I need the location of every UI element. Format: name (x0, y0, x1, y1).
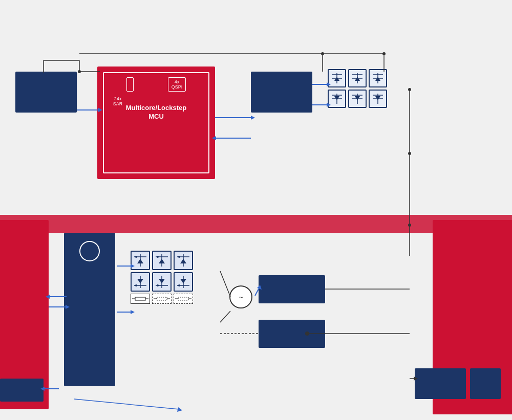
mcu-multicore: Multicore/LockstepMCU (104, 104, 208, 121)
mcu-block: 4xQSPI 24xSAR Multicore/LockstepMCU (97, 67, 215, 179)
mcu-top-row: 4xQSPI (104, 73, 208, 92)
mosfet-bot-6 (174, 272, 193, 292)
mosfet-bot-4 (131, 272, 150, 292)
svg-line-95 (74, 399, 179, 409)
svg-marker-30 (159, 259, 165, 263)
lin-block (0, 379, 44, 402)
starter-gen-icon: ~ (239, 293, 243, 301)
mosfet-bot-2 (152, 251, 172, 270)
mosfet-sym-4 (328, 90, 346, 108)
mcu-inner: 4xQSPI 24xSAR Multicore/LockstepMCU (103, 72, 209, 173)
mosfet-bot-3 (174, 251, 193, 270)
diagram-area: 4xQSPI 24xSAR Multicore/LockstepMCU (0, 51, 512, 420)
svg-rect-48 (135, 297, 145, 300)
resistor-2 (152, 294, 172, 304)
rotor-position-block (259, 275, 325, 303)
mosfet-row-1 (328, 69, 410, 87)
left-autosar-label (5, 405, 33, 409)
hbridge-block (251, 72, 312, 113)
svg-marker-15 (334, 96, 339, 100)
resistors-row (131, 294, 220, 304)
mosfet-sym-1 (328, 69, 346, 87)
svg-point-39 (135, 284, 137, 286)
mosfet-bottom-group (131, 251, 220, 338)
mcu-qspi: 4xQSPI (168, 77, 186, 92)
svg-marker-19 (355, 96, 360, 100)
mosfet-top-group (328, 69, 410, 110)
svg-line-86 (220, 271, 230, 297)
mosfet-bot-5 (152, 272, 172, 292)
svg-rect-54 (178, 297, 188, 300)
svg-point-100 (321, 52, 324, 55)
can-tl-block (470, 368, 501, 399)
mcu-hsm (126, 77, 134, 92)
can-tle-block (415, 368, 466, 399)
svg-marker-3 (334, 77, 339, 81)
svg-point-43 (157, 284, 159, 286)
svg-marker-34 (180, 259, 186, 263)
svg-marker-42 (159, 279, 165, 283)
resistor-1 (131, 294, 150, 304)
mosfet-sym-2 (348, 69, 367, 87)
svg-point-74 (408, 152, 411, 155)
svg-marker-26 (137, 259, 143, 263)
svg-marker-46 (180, 279, 186, 283)
svg-point-47 (178, 284, 180, 286)
mosfet-sym-5 (348, 90, 367, 108)
resistor-3 (174, 294, 193, 304)
mosfet-sym-3 (369, 69, 387, 87)
starter-gen-symbol: ~ (229, 285, 252, 308)
svg-marker-23 (375, 96, 380, 100)
svg-line-87 (220, 311, 230, 322)
mosfet-bottom-row2 (131, 272, 220, 292)
svg-marker-65 (251, 116, 255, 120)
sil-badge (79, 241, 100, 261)
svg-marker-96 (177, 407, 182, 412)
mosfet-bottom-row1 (131, 251, 220, 270)
svg-point-58 (78, 70, 81, 73)
supply-ic-block (15, 72, 77, 113)
svg-marker-7 (355, 77, 360, 81)
svg-point-31 (157, 256, 159, 258)
threephase-block (64, 233, 115, 386)
main-page: 4xQSPI 24xSAR Multicore/LockstepMCU (0, 0, 512, 420)
svg-point-27 (135, 256, 137, 258)
svg-marker-11 (375, 77, 380, 81)
mosfet-bot-1 (131, 251, 150, 270)
svg-rect-51 (157, 297, 167, 300)
current-sense-block (259, 320, 325, 348)
mosfet-row-2 (328, 90, 410, 108)
svg-point-99 (382, 52, 386, 55)
svg-marker-38 (137, 279, 143, 283)
title-section (0, 0, 512, 13)
mcu-main-text: Multicore/LockstepMCU (104, 104, 208, 121)
svg-point-35 (178, 256, 180, 258)
mosfet-sym-6 (369, 90, 387, 108)
svg-line-88 (255, 289, 259, 296)
